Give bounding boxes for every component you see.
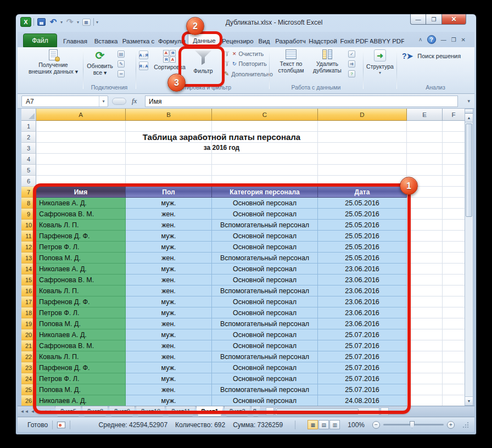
group-separator: [363, 49, 364, 89]
glyph: ↓: [143, 64, 145, 69]
sort-za-icon[interactable]: Я↓А: [139, 61, 148, 70]
expand-formula-bar-icon[interactable]: ▾: [467, 98, 470, 104]
button-label: дубликаты: [313, 67, 342, 74]
ribbon-tab-Главная[interactable]: Главная: [59, 35, 91, 47]
remove-duplicates-button[interactable]: Удалить дубликаты: [309, 49, 346, 74]
group-label-data-tools: Работа с данными: [269, 84, 363, 91]
workbook-restore-icon[interactable]: ❐: [451, 37, 456, 43]
properties-icon[interactable]: ✎: [118, 60, 125, 68]
collapse-ribbon-icon[interactable]: ˄: [419, 37, 422, 43]
redo-dropdown-icon[interactable]: ▾: [77, 20, 79, 25]
vertical-scroll-thumb[interactable]: [466, 124, 472, 217]
ribbon-tab-Вставка[interactable]: Вставка: [91, 35, 121, 47]
ribbon-tab-Вид[interactable]: Вид: [255, 35, 273, 47]
divider: [93, 18, 94, 26]
sort-az-icon[interactable]: А↓Я: [139, 51, 148, 59]
edit-links-icon[interactable]: ∞: [118, 70, 125, 77]
button-label: Дополнительно: [231, 71, 273, 77]
window-controls: — ❐ ✕: [410, 14, 466, 25]
text-to-columns-button[interactable]: Текст по столбцам: [273, 49, 309, 74]
advanced-filter-button[interactable]: ✎ Дополнительно: [224, 70, 273, 77]
button-label: Структура: [366, 63, 394, 70]
customize-qat-icon[interactable]: ▾: [96, 20, 98, 25]
close-button[interactable]: ✕: [442, 14, 466, 25]
advanced-pencil-icon: ✎: [224, 70, 229, 77]
zoom-in-icon[interactable]: +: [447, 421, 455, 429]
name-box-dropdown-icon[interactable]: ▾: [99, 96, 108, 107]
undo-dropdown-icon[interactable]: ▾: [60, 20, 63, 25]
ribbon-tab-Foxit PDF[interactable]: Foxit PDF: [338, 35, 370, 47]
connection-properties-icon[interactable]: ▤: [118, 51, 125, 58]
group-separator: [396, 49, 397, 89]
group-label-analysis: Анализ: [396, 84, 474, 91]
solver-button[interactable]: ?➤ Поиск решения: [402, 52, 461, 60]
row-header-3[interactable]: 3: [21, 143, 36, 154]
outline-button[interactable]: ➜ Структура ▾: [365, 49, 395, 76]
restore-button[interactable]: ❐: [426, 14, 442, 25]
group-separator: [83, 49, 83, 89]
normal-view-icon[interactable]: ▦: [308, 420, 318, 429]
get-external-data-button[interactable]: Получение внешних данных ▾: [25, 49, 81, 75]
switch-windows-icon[interactable]: ▦: [81, 17, 91, 27]
reapply-filter-button[interactable]: ↻ Повторить: [224, 60, 267, 67]
status-sum: Сумма: 7326259: [233, 421, 283, 429]
glyph: ↓: [143, 53, 145, 58]
insert-function-icon[interactable]: fx: [132, 97, 137, 105]
scroll-up-icon[interactable]: ▲: [465, 114, 473, 122]
remove-duplicates-icon: [322, 49, 332, 59]
clear-filter-button[interactable]: ✕ Очистить: [224, 51, 264, 57]
undo-icon[interactable]: ↶: [48, 17, 58, 27]
what-if-analysis-icon[interactable]: ?: [348, 70, 355, 77]
resize-grip[interactable]: [462, 422, 469, 428]
excel-logo-icon[interactable]: X: [20, 17, 31, 27]
zoom-slider-thumb[interactable]: [410, 421, 415, 428]
row-header-2[interactable]: 2: [21, 132, 36, 143]
column-header-F[interactable]: F: [443, 109, 465, 121]
glyph: А: [145, 64, 148, 69]
ribbon-tab-file[interactable]: Файл: [23, 33, 57, 47]
column-header-A[interactable]: A: [36, 109, 126, 121]
data-validation-icon[interactable]: ✓: [348, 51, 355, 58]
name-box[interactable]: A7 ▾: [21, 96, 108, 107]
save-icon[interactable]: [36, 17, 46, 27]
column-header-D[interactable]: D: [318, 109, 407, 121]
page-break-view-icon[interactable]: ▥: [329, 420, 340, 429]
zoom-slider-track[interactable]: [383, 424, 444, 425]
consolidate-icon[interactable]: ⇉: [348, 60, 355, 68]
scroll-down-icon[interactable]: ▼: [465, 396, 473, 405]
ribbon-tab-Разметка с[interactable]: Разметка с: [121, 35, 156, 47]
row-header-6[interactable]: 6: [21, 176, 36, 187]
ribbon-tab-ABBYY PDF[interactable]: ABBYY PDF: [370, 35, 404, 47]
column-header-B[interactable]: B: [126, 109, 212, 121]
status-count: Количество: 692: [175, 421, 225, 429]
dropdown-glyph: ▾: [379, 70, 381, 76]
external-data-icon: [49, 49, 58, 60]
column-header-E[interactable]: E: [407, 109, 443, 121]
workbook-minimize-icon[interactable]: —: [441, 37, 446, 43]
first-sheet-icon[interactable]: ◄◄: [21, 408, 28, 415]
glyph: Я: [139, 64, 142, 69]
ribbon-tab-Рецензиро[interactable]: Рецензиро: [221, 35, 255, 47]
help-icon[interactable]: ?: [427, 35, 436, 44]
row-header-1[interactable]: 1: [21, 121, 36, 132]
window-title: Дубликаты.xlsx - Microsoft Excel: [197, 19, 351, 26]
macro-record-icon[interactable]: [57, 422, 65, 428]
minimize-button[interactable]: —: [410, 14, 426, 25]
page-layout-view-icon[interactable]: ▤: [318, 420, 329, 429]
ribbon-tab-Разработч[interactable]: Разработч: [273, 35, 308, 47]
zoom-level: 100%: [348, 421, 365, 429]
status-bar: Готово Среднее: 42594,52907 Количество: …: [18, 417, 474, 432]
ribbon-tab-Надстрой[interactable]: Надстрой: [308, 35, 338, 47]
formula-input[interactable]: Имя: [145, 96, 458, 107]
workbook-close-icon[interactable]: ✕: [461, 37, 466, 43]
zoom-out-icon[interactable]: −: [372, 421, 380, 429]
refresh-all-button[interactable]: ⟳ Обновить все ▾: [86, 49, 114, 76]
select-all-corner[interactable]: [21, 109, 36, 121]
row-header-4[interactable]: 4: [21, 154, 36, 165]
vertical-scrollbar[interactable]: ▲ ▼: [465, 109, 473, 406]
column-header-C[interactable]: C: [212, 109, 318, 121]
redo-icon[interactable]: ↷: [65, 17, 75, 27]
split-handle[interactable]: [465, 109, 473, 114]
row-header-5[interactable]: 5: [21, 165, 36, 176]
formula-buttons: [112, 98, 126, 105]
